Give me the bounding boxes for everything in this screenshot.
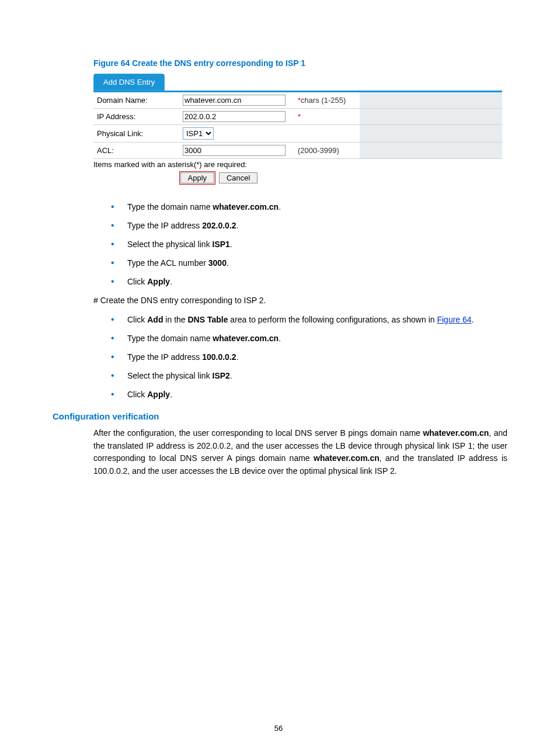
list-item: Select the physical link ISP2. (111, 370, 507, 382)
row-domain-name: Domain Name: *chars (1-255) (93, 92, 502, 109)
row-acl: ACL: (2000-3999) (93, 143, 502, 159)
list-item: Type the IP address 100.0.0.2. (111, 351, 507, 363)
list-item: Type the IP address 202.0.0.2. (111, 220, 507, 232)
domain-name-input[interactable] (183, 95, 286, 106)
list-item: Click Apply. (111, 276, 507, 288)
row-physical-link: Physical Link: ISP1 (93, 125, 502, 143)
add-dns-entry-panel: Add DNS Entry Domain Name: *chars (1-255… (93, 74, 502, 169)
label-domain-name: Domain Name: (93, 92, 179, 109)
steps-isp1-list: Type the domain name whatever.com.cn. Ty… (111, 201, 507, 288)
list-item: Type the ACL number 3000. (111, 257, 507, 269)
required-note: Items marked with an asterisk(*) are req… (93, 160, 502, 169)
label-physical-link: Physical Link: (93, 125, 179, 143)
hint-ip-address: * (294, 109, 360, 125)
figure-caption: Figure 64 Create the DNS entry correspon… (93, 58, 507, 68)
list-item: Type the domain name whatever.com.cn. (111, 201, 507, 213)
acl-input[interactable] (183, 145, 286, 156)
configuration-verification-heading: Configuration verification (53, 411, 507, 421)
list-item: Type the domain name whatever.com.cn. (111, 332, 507, 345)
label-acl: ACL: (93, 143, 179, 159)
row-ip-address: IP Address: * (93, 109, 502, 125)
list-item: Click Apply. (111, 389, 507, 401)
ip-address-input[interactable] (183, 111, 286, 122)
list-item: Select the physical link ISP1. (111, 238, 507, 251)
button-row: Apply Cancel (93, 172, 344, 183)
isp2-intro: # Create the DNS entry corresponding to … (93, 294, 507, 307)
hint-acl: (2000-3999) (294, 143, 360, 159)
verification-text: After the configuration, the user corres… (93, 427, 507, 478)
hint-domain-name: *chars (1-255) (294, 92, 360, 109)
panel-title-tab: Add DNS Entry (93, 74, 165, 91)
label-ip-address: IP Address: (93, 109, 179, 125)
figure-link[interactable]: Figure 64 (437, 315, 471, 324)
steps-isp2-list: Click Add in the DNS Table area to perfo… (111, 314, 507, 401)
dns-form-table: Domain Name: *chars (1-255) IP Address: … (93, 92, 502, 159)
cancel-button[interactable]: Cancel (219, 172, 257, 183)
physical-link-select[interactable]: ISP1 (183, 127, 214, 140)
list-item: Click Add in the DNS Table area to perfo… (111, 314, 507, 326)
page-number: 56 (0, 724, 557, 733)
apply-button[interactable]: Apply (180, 172, 215, 183)
